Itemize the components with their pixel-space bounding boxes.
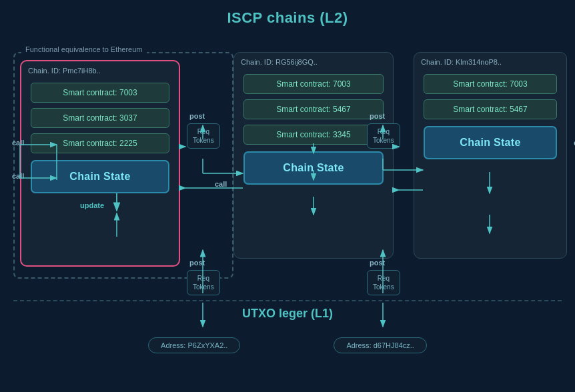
sc-badge-1-1: Smart contract: 3037 [31, 108, 169, 128]
utxo-title: UTXO leger (L1) [13, 307, 562, 321]
sc-badge-2-2: Smart contract: 3345 [243, 125, 384, 145]
post-label-2: post [189, 259, 205, 267]
post-label-1: post [189, 112, 205, 120]
chain-state-1[interactable]: Chain State [31, 160, 169, 193]
sc-badge-3-1: Smart contract: 5467 [424, 99, 557, 119]
call-label-1: call [12, 139, 24, 147]
chain-card-2: Chain. ID: RG56ij8GQ.. Smart contract: 7… [233, 52, 394, 259]
chain-id-2: Chain. ID: RG56ij8GQ.. [234, 53, 393, 69]
eth-label: Functional equivalence to Ethereum [21, 45, 147, 53]
address-badge-2: Adress: d67HJ84cz.. [334, 337, 427, 353]
req-tokens-1: ReqTokens [187, 123, 220, 149]
address-badge-1: Adress: P6ZxYXA2.. [148, 337, 240, 353]
chain-state-3[interactable]: Chain State [424, 126, 557, 159]
update-label: update [80, 201, 104, 209]
utxo-section: UTXO leger (L1) [13, 307, 562, 326]
req-tokens-4: ReqTokens [367, 270, 400, 295]
address-badges: Adress: P6ZxYXA2.. Adress: d67HJ84cz.. [13, 337, 562, 353]
req-tokens-3: ReqTokens [367, 123, 400, 149]
diagram-area: Functional equivalence to Ethereum Chain… [13, 40, 562, 345]
sc-badge-2-1: Smart contract: 5467 [243, 99, 384, 119]
main-title: ISCP chains (L2) [0, 0, 575, 27]
post-label-3: post [370, 112, 385, 120]
chain-id-1: Chain. ID: Pmc7iH8b.. [21, 61, 179, 77]
chain-card-1: Chain. ID: Pmc7iH8b.. Smart contract: 70… [20, 60, 180, 267]
call-label-3: call [215, 180, 227, 188]
sc-badge-1-0: Smart contract: 7003 [31, 83, 169, 103]
chain-state-2[interactable]: Chain State [243, 151, 384, 185]
post-label-4: post [370, 259, 385, 267]
req-tokens-2: ReqTokens [187, 270, 220, 295]
sc-badge-3-0: Smart contract: 7003 [424, 74, 557, 94]
sc-badge-2-0: Smart contract: 7003 [243, 74, 384, 94]
sc-badge-1-2: Smart contract: 2225 [31, 133, 169, 153]
chain-card-3: Chain. ID: Klm314noP8.. Smart contract: … [414, 52, 567, 259]
call-label-2: call [12, 172, 24, 180]
chain-id-3: Chain. ID: Klm314noP8.. [414, 53, 566, 69]
utxo-separator [13, 300, 562, 301]
